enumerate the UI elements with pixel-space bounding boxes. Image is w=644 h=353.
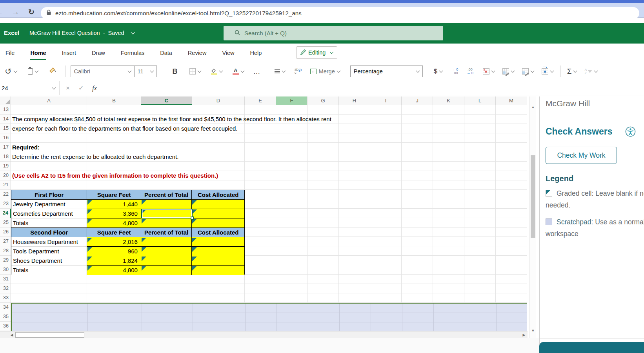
row-header-16[interactable]: 16 <box>0 133 11 143</box>
row-header-32[interactable]: 32 <box>0 284 11 293</box>
cell-A30[interactable]: Totals <box>11 266 87 275</box>
col-header-J[interactable]: J <box>402 96 433 105</box>
tab-insert[interactable]: Insert <box>62 45 76 60</box>
sort-filter-button[interactable]: AZ <box>584 68 597 75</box>
cell-A28[interactable]: Tools Department <box>11 247 87 256</box>
col-header-C[interactable]: C <box>141 96 192 105</box>
row-header-34[interactable]: 34 <box>0 303 11 312</box>
scroll-right-icon[interactable]: ▶ <box>521 332 527 338</box>
tab-data[interactable]: Data <box>160 45 172 60</box>
cell-B27[interactable]: 2,016 <box>87 237 141 247</box>
bold-button[interactable]: B <box>173 67 178 76</box>
format-as-table-button[interactable] <box>502 68 514 75</box>
insert-cells-button[interactable] <box>542 68 553 75</box>
col-header-G[interactable]: G <box>307 96 339 105</box>
save-and-return-button[interactable]: Save and Return to Assignment <box>539 342 644 353</box>
col-header-B[interactable]: B <box>87 96 141 105</box>
cell-D30[interactable] <box>192 266 244 275</box>
cell-A27[interactable]: Housewares Department <box>11 237 87 247</box>
tab-view[interactable]: View <box>222 45 234 60</box>
row-header-17[interactable]: 17 <box>0 143 11 152</box>
scratchpad-link[interactable]: Scratchpad: <box>557 218 593 226</box>
spreadsheet-cells[interactable]: The company allocates $84,500 of total r… <box>11 105 527 331</box>
tab-draw[interactable]: Draw <box>92 45 105 60</box>
cell-B30[interactable]: 4,800 <box>87 266 141 275</box>
row-header-18[interactable]: 18 <box>0 152 11 162</box>
col-header-A[interactable]: A <box>11 96 87 105</box>
col-header-H[interactable]: H <box>339 96 370 105</box>
document-title[interactable]: McGraw Hill Excel Question - Saved <box>29 30 135 36</box>
number-format-select[interactable]: Percentage <box>350 66 423 77</box>
col-header-F[interactable]: F <box>276 96 307 105</box>
row-header-35[interactable]: 35 <box>0 312 11 322</box>
font-color-button[interactable]: A <box>233 68 244 75</box>
row-header-30[interactable]: 30 <box>0 265 11 275</box>
confirm-icon[interactable]: ✓ <box>78 84 84 92</box>
active-cell-C24[interactable] <box>141 209 193 218</box>
cell-D25[interactable] <box>192 218 244 228</box>
col-header-I[interactable]: I <box>370 96 402 105</box>
tab-home[interactable]: Home <box>30 45 46 60</box>
editing-mode-button[interactable]: Editing <box>296 46 337 59</box>
align-button[interactable] <box>275 69 285 73</box>
fill-handle[interactable] <box>191 217 194 220</box>
formula-input[interactable] <box>105 81 644 95</box>
horizontal-scroll-thumb[interactable] <box>15 332 84 338</box>
tab-formulas[interactable]: Formulas <box>121 45 144 60</box>
cell-B25[interactable]: 4,800 <box>87 218 141 228</box>
tab-file[interactable]: File <box>5 45 15 60</box>
back-icon[interactable]: ← <box>0 8 3 16</box>
row-header-23[interactable]: 23 <box>0 199 11 209</box>
cancel-icon[interactable]: × <box>66 84 70 92</box>
cell-C28[interactable] <box>141 247 192 256</box>
wrap-text-button[interactable]: abc <box>295 67 302 75</box>
row-header-13[interactable]: 13 <box>0 105 11 115</box>
decrease-decimal-button[interactable]: ←0.00 <box>453 68 458 75</box>
cell-C25[interactable] <box>141 218 192 228</box>
cell-A29[interactable]: Shoes Department <box>11 256 87 266</box>
reload-icon[interactable]: ↻ <box>28 8 35 16</box>
merge-button[interactable]: ↔ Merge <box>310 68 340 75</box>
row-header-33[interactable]: 33 <box>0 293 11 303</box>
cell-B23[interactable]: 1,440 <box>87 200 141 209</box>
excel-logo[interactable]: Excel <box>4 29 19 36</box>
row-header-24[interactable]: 24 <box>0 209 11 218</box>
tab-review[interactable]: Review <box>188 45 207 60</box>
address-bar[interactable]: ezto.mheducation.com/ext/common/excelonl… <box>41 7 639 19</box>
select-all-corner[interactable] <box>0 96 11 105</box>
row-header-20[interactable]: 20 <box>0 171 11 180</box>
currency-format-button[interactable]: $ <box>434 67 442 75</box>
scroll-up-icon[interactable]: ▲ <box>530 105 536 109</box>
cell-C27[interactable] <box>141 237 192 247</box>
row-header-36[interactable]: 36 <box>0 322 11 331</box>
cell-D27[interactable] <box>192 237 244 247</box>
row-header-28[interactable]: 28 <box>0 246 11 256</box>
chevron-down-icon[interactable] <box>131 30 135 34</box>
row-header-15[interactable]: 15 <box>0 124 11 133</box>
font-size-select[interactable]: 11 <box>134 66 157 77</box>
fx-icon[interactable]: fx <box>92 85 97 92</box>
row-header-21[interactable]: 21 <box>0 180 11 190</box>
cell-D24[interactable] <box>192 209 244 218</box>
scratchpad-area[interactable] <box>11 303 527 331</box>
cell-C29[interactable] <box>141 256 192 266</box>
cell-D23[interactable] <box>192 200 244 209</box>
scroll-left-icon[interactable]: ◀ <box>9 332 15 338</box>
cell-styles-button[interactable] <box>522 68 534 75</box>
col-header-L[interactable]: L <box>464 96 496 105</box>
check-my-work-button[interactable]: Check My Work <box>546 147 617 164</box>
cell-B29[interactable]: 1,824 <box>87 256 141 266</box>
undo-button[interactable]: ↺ <box>5 67 17 76</box>
row-header-25[interactable]: 25 <box>0 218 11 227</box>
col-header-M[interactable]: M <box>496 96 527 105</box>
vertical-scroll-thumb[interactable] <box>531 155 535 238</box>
col-header-D[interactable]: D <box>192 96 245 105</box>
row-header-22[interactable]: 22 <box>0 190 11 199</box>
more-font-options-button[interactable]: … <box>253 67 261 76</box>
search-box[interactable]: Search (Alt + Q) <box>224 26 443 40</box>
cell-D29[interactable] <box>192 256 244 266</box>
cell-C30[interactable] <box>141 266 192 275</box>
borders-button[interactable] <box>189 68 201 75</box>
paste-button[interactable] <box>28 68 38 75</box>
vertical-scrollbar[interactable]: ▲ ▼ <box>529 96 536 338</box>
